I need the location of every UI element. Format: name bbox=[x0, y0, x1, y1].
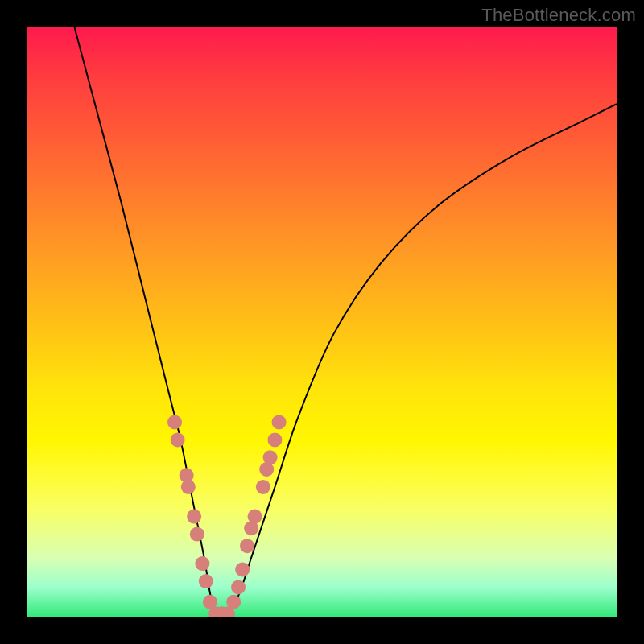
data-marker bbox=[199, 574, 213, 588]
data-marker bbox=[240, 539, 254, 553]
plot-area bbox=[27, 27, 617, 617]
data-marker bbox=[226, 595, 241, 609]
data-marker bbox=[267, 432, 282, 447]
data-marker bbox=[187, 510, 201, 524]
data-marker bbox=[231, 580, 246, 594]
data-marker bbox=[167, 415, 182, 429]
data-marker bbox=[195, 556, 209, 571]
data-marker bbox=[190, 527, 204, 542]
chart-svg bbox=[27, 27, 617, 617]
data-marker bbox=[235, 562, 250, 576]
marker-group bbox=[167, 415, 287, 617]
watermark-text: TheBottleneck.com bbox=[481, 5, 636, 26]
data-marker bbox=[171, 432, 185, 447]
bottleneck-curve bbox=[75, 27, 617, 617]
outer-frame: TheBottleneck.com bbox=[0, 0, 644, 644]
data-marker bbox=[272, 415, 287, 429]
data-marker bbox=[263, 450, 278, 464]
data-marker bbox=[256, 480, 270, 494]
data-marker bbox=[181, 480, 196, 494]
data-marker bbox=[248, 510, 262, 524]
